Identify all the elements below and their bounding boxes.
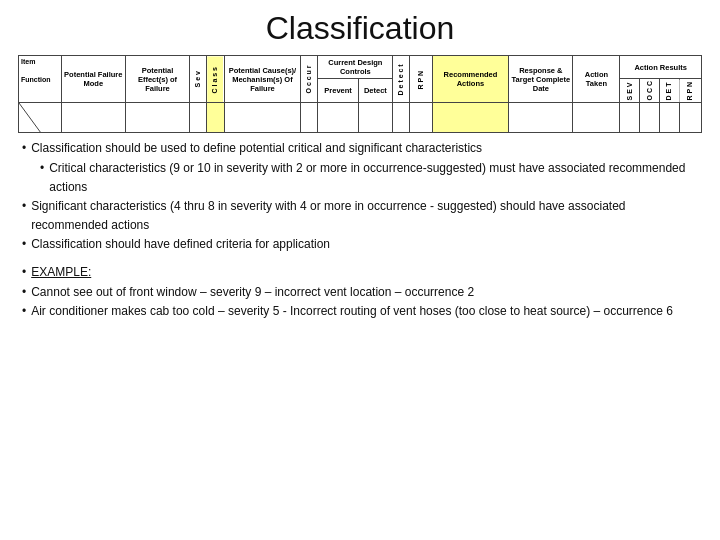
empty-cell11 <box>573 103 620 133</box>
col-rpn: R P N <box>410 56 432 103</box>
bullet-2: • Critical characteristics (9 or 10 in s… <box>22 159 698 196</box>
empty-cell3 <box>190 103 207 133</box>
empty-cell6 <box>318 103 358 133</box>
bullet-3: • Significant characteristics (4 thru 8 … <box>22 197 698 234</box>
empty-cell13 <box>640 103 660 133</box>
col-action-taken: Action Taken <box>573 56 620 103</box>
col-cdc-header: Current Design Controls <box>318 56 393 79</box>
slash-cell <box>19 103 62 133</box>
col-det2: D E T <box>659 79 679 103</box>
example-bullet-2: • Air conditioner makes cab too cold – s… <box>22 302 698 321</box>
col-class: C l a s s <box>207 56 224 103</box>
example-bullet-1: • Cannot see out of front window – sever… <box>22 283 698 302</box>
col-det: D e t e c t <box>393 56 410 103</box>
col-recommended: Recommended Actions <box>432 56 509 103</box>
empty-recommended-cell <box>432 103 509 133</box>
bullet-icon-6: • <box>22 283 26 302</box>
empty-cell10 <box>509 103 573 133</box>
page-title: Classification <box>18 10 702 47</box>
example-text-2: Air conditioner makes cab too cold – sev… <box>31 302 698 321</box>
fmea-table: Item Function Potential Failure Mode Pot… <box>18 55 702 133</box>
bullet-text-4: Classification should have defined crite… <box>31 235 698 254</box>
empty-cell15 <box>679 103 701 133</box>
col-sev: S e v <box>190 56 207 103</box>
example-header: EXAMPLE: <box>31 263 698 282</box>
col-cause: Potential Cause(s)/ Mechanism(s) Of Fail… <box>224 56 301 103</box>
col-occur: O c c u r <box>301 56 318 103</box>
col-sev2: S E V <box>620 79 640 103</box>
bullet-icon-7: • <box>22 302 26 321</box>
bullet-icon-5: • <box>22 263 26 282</box>
page: Classification Item Function Potential F… <box>0 0 720 540</box>
bullet-icon-2: • <box>40 159 44 178</box>
empty-cell9 <box>410 103 432 133</box>
bullet-4: • Classification should have defined cri… <box>22 235 698 254</box>
bullet-text-3: Significant characteristics (4 thru 8 in… <box>31 197 698 234</box>
empty-class-cell <box>207 103 224 133</box>
col-rpn2: R P N <box>679 79 701 103</box>
bullet-icon-4: • <box>22 235 26 254</box>
svg-line-0 <box>19 103 41 133</box>
col-detect: Detect <box>358 79 393 103</box>
col-prevent: Prevent <box>318 79 358 103</box>
empty-cell4 <box>224 103 301 133</box>
empty-cell <box>61 103 125 133</box>
bullet-text-2: Critical characteristics (9 or 10 in sev… <box>49 159 698 196</box>
bullet-icon-1: • <box>22 139 26 158</box>
example-header-item: • EXAMPLE: <box>22 263 698 282</box>
bullet-icon-3: • <box>22 197 26 216</box>
bullet-1: • Classification should be used to defin… <box>22 139 698 158</box>
example-text-1: Cannot see out of front window – severit… <box>31 283 698 302</box>
col-item: Item Function <box>19 56 62 103</box>
col-response: Response & Target Complete Date <box>509 56 573 103</box>
empty-cell5 <box>301 103 318 133</box>
col-action-results-header: Action Results <box>620 56 702 79</box>
empty-cell12 <box>620 103 640 133</box>
empty-cell2 <box>125 103 189 133</box>
empty-cell14 <box>659 103 679 133</box>
bullet-content: • Classification should be used to defin… <box>18 139 702 321</box>
col-failure-mode: Potential Failure Mode <box>61 56 125 103</box>
bullet-text-1: Classification should be used to define … <box>31 139 698 158</box>
empty-cell8 <box>393 103 410 133</box>
empty-cell7 <box>358 103 393 133</box>
col-effects: Potential Effect(s) of Failure <box>125 56 189 103</box>
col-occ: O C C <box>640 79 660 103</box>
